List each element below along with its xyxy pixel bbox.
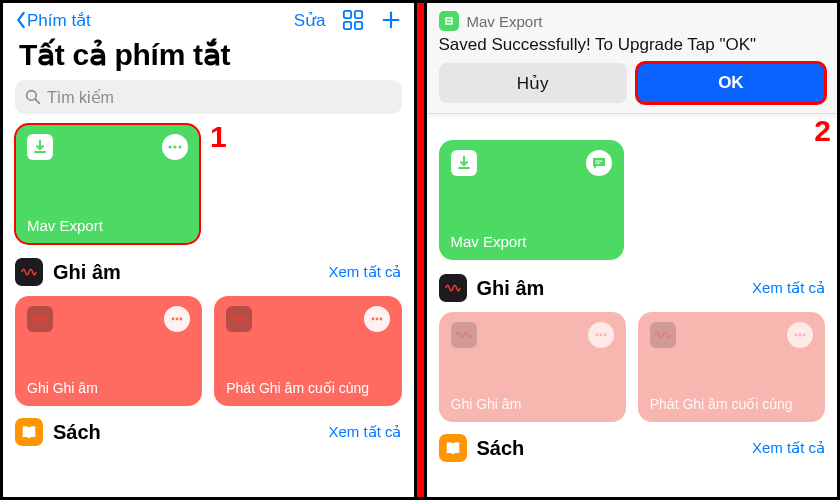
waveform-icon xyxy=(451,322,477,348)
chevron-left-icon xyxy=(15,11,27,29)
waveform-icon xyxy=(650,322,676,348)
shortcut-tile-play-last[interactable]: Phát Ghi âm cuối cùng xyxy=(638,312,825,422)
shortcut-tile-record[interactable]: Ghi Ghi âm xyxy=(15,296,202,406)
section-voice-title: Ghi âm xyxy=(53,261,121,284)
svg-rect-3 xyxy=(354,22,361,29)
svg-rect-2 xyxy=(343,22,350,29)
see-all-books[interactable]: Xem tất cả xyxy=(752,439,825,457)
ok-button[interactable]: OK xyxy=(637,63,825,103)
more-icon[interactable] xyxy=(588,322,614,348)
waveform-icon xyxy=(226,306,252,332)
svg-rect-1 xyxy=(354,11,361,18)
voice-memo-app-icon xyxy=(15,258,43,286)
search-input[interactable]: Tìm kiếm xyxy=(15,80,402,114)
annotation-step-2: 2 xyxy=(814,114,831,148)
download-icon xyxy=(451,150,477,176)
cancel-button[interactable]: Hủy xyxy=(439,63,627,103)
see-all-voice[interactable]: Xem tất cả xyxy=(328,263,401,281)
svg-point-4 xyxy=(27,91,37,101)
more-icon[interactable] xyxy=(787,322,813,348)
right-screen: Mav Export Saved Successfully! To Upgrad… xyxy=(427,3,838,497)
svg-point-9 xyxy=(176,318,179,321)
more-icon[interactable] xyxy=(164,306,190,332)
shortcut-tile-mav-export[interactable]: Mav Export xyxy=(439,140,624,260)
svg-point-11 xyxy=(371,318,374,321)
tile-label: Phát Ghi âm cuối cùng xyxy=(650,396,813,412)
add-icon[interactable] xyxy=(380,9,402,31)
edit-button[interactable]: Sửa xyxy=(294,10,326,31)
banner-message: Saved Successfully! To Upgrade Tap "OK" xyxy=(439,35,826,55)
banner-app-name: Mav Export xyxy=(467,13,543,30)
section-books-title: Sách xyxy=(477,437,525,460)
shortcut-tile-play-last[interactable]: Phát Ghi âm cuối cùng xyxy=(214,296,401,406)
message-icon[interactable] xyxy=(586,150,612,176)
svg-point-19 xyxy=(803,334,806,337)
shortcut-tile-mav-export[interactable]: Mav Export xyxy=(15,124,200,244)
svg-point-12 xyxy=(375,318,378,321)
more-icon[interactable] xyxy=(162,134,188,160)
books-app-icon xyxy=(15,418,43,446)
svg-point-13 xyxy=(379,318,382,321)
vertical-divider xyxy=(417,3,424,497)
svg-point-14 xyxy=(595,334,598,337)
nav-bar: Phím tắt Sửa xyxy=(3,3,414,35)
tile-label: Mav Export xyxy=(451,233,612,250)
svg-point-15 xyxy=(599,334,602,337)
search-icon xyxy=(25,89,41,105)
tile-label: Mav Export xyxy=(27,217,188,234)
svg-rect-0 xyxy=(343,11,350,18)
section-voice-title: Ghi âm xyxy=(477,277,545,300)
books-app-icon xyxy=(439,434,467,462)
svg-point-7 xyxy=(178,145,181,148)
back-label: Phím tắt xyxy=(27,10,91,31)
see-all-voice[interactable]: Xem tất cả xyxy=(752,279,825,297)
gallery-grid-icon[interactable] xyxy=(342,9,364,31)
download-icon xyxy=(27,134,53,160)
svg-point-17 xyxy=(795,334,798,337)
more-icon[interactable] xyxy=(364,306,390,332)
shortcut-tile-record[interactable]: Ghi Ghi âm xyxy=(439,312,626,422)
svg-point-5 xyxy=(168,145,171,148)
waveform-icon xyxy=(27,306,53,332)
annotation-step-1: 1 xyxy=(210,120,227,154)
page-title: Tất cả phím tắt xyxy=(3,35,414,80)
svg-point-10 xyxy=(180,318,183,321)
svg-point-6 xyxy=(173,145,176,148)
tile-label: Ghi Ghi âm xyxy=(27,380,190,396)
see-all-books[interactable]: Xem tất cả xyxy=(328,423,401,441)
section-books-title: Sách xyxy=(53,421,101,444)
tile-label: Phát Ghi âm cuối cùng xyxy=(226,380,389,396)
svg-point-16 xyxy=(603,334,606,337)
notification-banner: Mav Export Saved Successfully! To Upgrad… xyxy=(427,3,838,114)
svg-point-8 xyxy=(172,318,175,321)
voice-memo-app-icon xyxy=(439,274,467,302)
tile-label: Ghi Ghi âm xyxy=(451,396,614,412)
search-placeholder: Tìm kiếm xyxy=(47,88,114,107)
left-screen: Phím tắt Sửa Tất cả phím tắt Tìm kiếm xyxy=(3,3,414,497)
shortcut-app-icon xyxy=(439,11,459,31)
back-button[interactable]: Phím tắt xyxy=(15,10,91,31)
svg-point-18 xyxy=(799,334,802,337)
